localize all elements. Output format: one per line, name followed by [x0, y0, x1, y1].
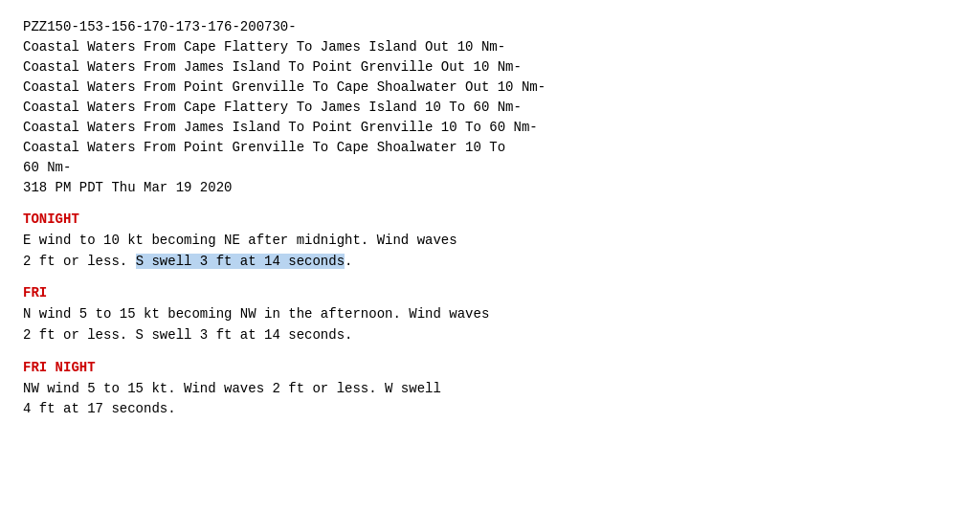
section-title-fri: FRI: [23, 285, 957, 301]
section-title-tonight: TONIGHT: [23, 211, 957, 227]
header-line-3: Coastal Waters From James Island To Poin…: [23, 57, 957, 78]
header-line-7: Coastal Waters From Point Grenville To C…: [23, 138, 957, 158]
highlight-swell: S swell 3 ft at 14 seconds: [136, 254, 345, 269]
section-title-fri-night: FRI NIGHT: [23, 360, 957, 375]
header-line-8: 60 Nm-: [23, 158, 957, 178]
header-line-9: 318 PM PDT Thu Mar 19 2020: [23, 178, 957, 198]
header-line-6: Coastal Waters From James Island To Poin…: [23, 118, 957, 138]
section-fri: FRI N wind 5 to 15 kt becoming NW in the…: [23, 285, 957, 345]
header-line-1: PZZ150-153-156-170-173-176-200730-: [23, 17, 957, 37]
header-line-5: Coastal Waters From Cape Flattery To Jam…: [23, 98, 957, 118]
header-block: PZZ150-153-156-170-173-176-200730- Coast…: [23, 17, 957, 198]
section-body-fri-night: NW wind 5 to 15 kt. Wind waves 2 ft or l…: [23, 379, 957, 420]
section-fri-night: FRI NIGHT NW wind 5 to 15 kt. Wind waves…: [23, 360, 957, 420]
header-line-2: Coastal Waters From Cape Flattery To Jam…: [23, 37, 957, 57]
section-body-tonight: E wind to 10 kt becoming NE after midnig…: [23, 231, 957, 272]
section-body-fri: N wind 5 to 15 kt becoming NW in the aft…: [23, 304, 957, 345]
page-container: PZZ150-153-156-170-173-176-200730- Coast…: [0, 0, 980, 512]
header-line-4: Coastal Waters From Point Grenville To C…: [23, 78, 957, 98]
section-tonight: TONIGHT E wind to 10 kt becoming NE afte…: [23, 211, 957, 272]
